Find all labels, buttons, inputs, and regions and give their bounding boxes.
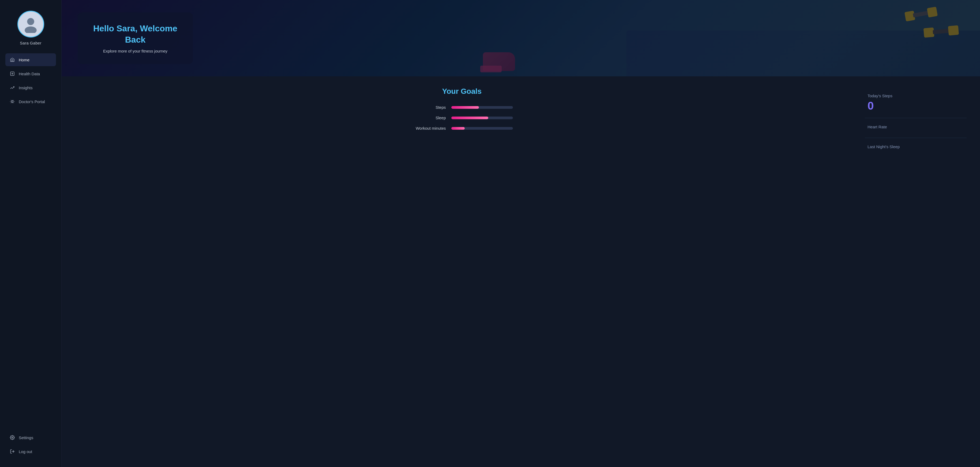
goal-bar-track-sleep: [451, 116, 513, 119]
stat-label-heart-rate: Heart Rate: [867, 124, 964, 129]
hero-welcome-box: Hello Sara, Welcome Back Explore more of…: [78, 12, 193, 64]
svg-point-0: [27, 18, 34, 25]
goal-bar-fill-steps: [451, 106, 479, 109]
home-icon: [10, 57, 15, 62]
goals-title: Your Goals: [442, 87, 482, 96]
sidebar-item-logout[interactable]: Log out: [5, 445, 56, 458]
stat-block-heart-rate: Heart Rate: [865, 118, 967, 138]
sidebar-item-home[interactable]: Home: [5, 53, 56, 66]
sidebar-item-health-data[interactable]: Health Data: [5, 67, 56, 80]
logout-icon: [10, 449, 15, 454]
goals-section: Your Goals Steps Sleep Workout minutes: [75, 87, 849, 456]
sidebar-item-health-data-label: Health Data: [19, 72, 40, 76]
goal-row-sleep: Sleep: [411, 115, 513, 120]
stats-section: Today's Steps 0 Heart Rate Last Night's …: [865, 87, 967, 456]
avatar-container: Sara Gaber: [18, 11, 44, 45]
goal-label-sleep: Sleep: [411, 115, 446, 120]
goal-bar-track-steps: [451, 106, 513, 109]
sidebar-item-insights-label: Insights: [19, 86, 33, 90]
content-area: Your Goals Steps Sleep Workout minutes: [62, 77, 980, 467]
sidebar-bottom: Settings Log out: [0, 431, 61, 459]
user-name: Sara Gaber: [20, 41, 41, 45]
welcome-title: Hello Sara, Welcome Back: [92, 23, 178, 45]
sidebar-item-doctors-portal[interactable]: Doctor's Portal: [5, 95, 56, 108]
stat-label-steps: Today's Steps: [867, 94, 964, 98]
goal-bar-track-workout: [451, 127, 513, 130]
sidebar: Sara Gaber Home Health Data: [0, 0, 62, 467]
goal-row-workout: Workout minutes: [411, 126, 513, 131]
hero-banner: Hello Sara, Welcome Back Explore more of…: [62, 0, 980, 77]
hero-overlay: [62, 0, 980, 77]
main-content: Hello Sara, Welcome Back Explore more of…: [62, 0, 980, 467]
goal-label-steps: Steps: [411, 105, 446, 110]
stat-label-sleep: Last Night's Sleep: [867, 144, 964, 149]
avatar: [18, 11, 44, 38]
stat-block-sleep: Last Night's Sleep: [865, 138, 967, 158]
svg-point-6: [12, 437, 13, 438]
goal-row-steps: Steps: [411, 105, 513, 110]
goals-list: Steps Sleep Workout minutes: [411, 105, 513, 131]
goal-bar-fill-sleep: [451, 116, 488, 119]
welcome-subtitle: Explore more of your fitness journey: [92, 49, 178, 53]
settings-icon: [10, 435, 15, 440]
goal-bar-fill-workout: [451, 127, 465, 130]
sidebar-item-logout-label: Log out: [19, 449, 32, 454]
nav-menu: Home Health Data Insights: [0, 53, 61, 431]
sidebar-item-settings-label: Settings: [19, 435, 33, 440]
health-icon: [10, 71, 15, 77]
doctors-icon: [10, 99, 15, 104]
sidebar-item-insights[interactable]: Insights: [5, 81, 56, 94]
stat-block-steps: Today's Steps 0: [865, 87, 967, 118]
stat-value-steps: 0: [867, 100, 964, 112]
insights-icon: [10, 85, 15, 90]
svg-point-1: [25, 26, 37, 33]
sidebar-item-home-label: Home: [19, 57, 29, 62]
svg-point-5: [11, 101, 13, 102]
sidebar-item-doctors-portal-label: Doctor's Portal: [19, 99, 45, 104]
avatar-icon: [22, 16, 39, 33]
goal-label-workout: Workout minutes: [411, 126, 446, 131]
sidebar-item-settings[interactable]: Settings: [5, 431, 56, 444]
